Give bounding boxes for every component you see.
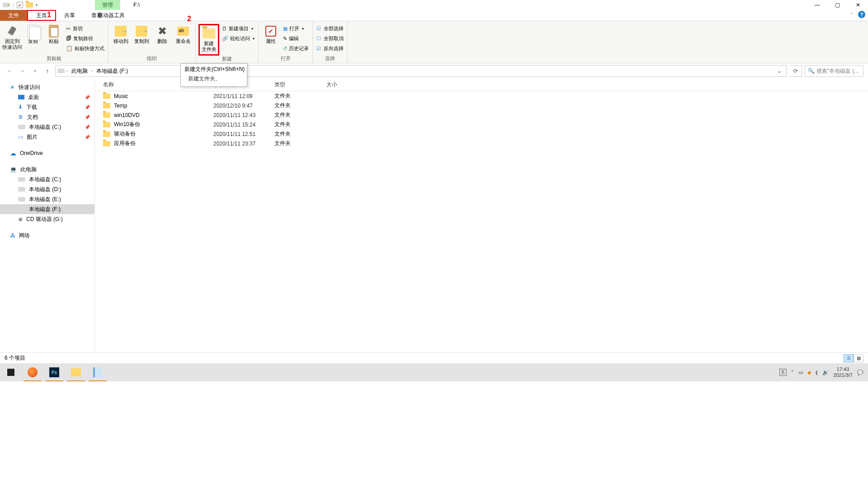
sidebar-desktop[interactable]: 桌面📌 bbox=[0, 92, 94, 102]
group-label-select: 选择 bbox=[325, 55, 335, 62]
sidebar-drive-f[interactable]: 本地磁盘 (F:) bbox=[0, 204, 94, 214]
start-button[interactable] bbox=[0, 363, 22, 381]
navigation-pane[interactable]: ★快速访问 桌面📌 下载📌 文档📌 本地磁盘 (C:)📌 图片📌 OneDriv… bbox=[0, 79, 95, 352]
column-size[interactable]: 大小 bbox=[321, 81, 353, 89]
select-all-button[interactable]: 全部选择 bbox=[316, 24, 344, 33]
edit-button[interactable]: ✎编辑 bbox=[282, 34, 310, 43]
tab-file[interactable]: 文件 bbox=[0, 10, 27, 21]
file-name: Win10备份 bbox=[114, 121, 140, 128]
table-row[interactable]: win10DVD2020/11/11 12:43文件夹 bbox=[95, 110, 868, 120]
tray-battery-icon[interactable]: ▭ bbox=[798, 370, 803, 375]
pin-icon: 📌 bbox=[85, 135, 90, 140]
table-row[interactable]: 应用备份2020/11/11 23:37文件夹 bbox=[95, 139, 868, 148]
sidebar-cd-drive[interactable]: CD 驱动器 (G:) bbox=[0, 214, 94, 224]
taskbar-firefox[interactable] bbox=[22, 363, 43, 381]
history-button[interactable]: ↺历史记录 bbox=[282, 44, 310, 53]
tray-ime[interactable]: 五 bbox=[779, 369, 787, 376]
view-icons-button[interactable]: ▦ bbox=[854, 354, 863, 362]
view-details-button[interactable]: ☰ bbox=[844, 354, 854, 362]
notepad-icon bbox=[93, 367, 102, 377]
open-button[interactable]: ▦打开▾ bbox=[282, 24, 310, 33]
file-date: 2021/1/11 12:09 bbox=[208, 93, 269, 99]
new-item-button[interactable]: 🗋新建项目▾ bbox=[221, 24, 255, 33]
sidebar-quick-access[interactable]: ★快速访问 bbox=[0, 82, 94, 92]
rename-button[interactable]: 重命名 bbox=[174, 24, 193, 45]
sidebar-pictures[interactable]: 图片📌 bbox=[0, 132, 94, 142]
sidebar-onedrive[interactable]: OneDrive bbox=[0, 148, 94, 158]
table-row[interactable]: Temp2020/12/10 9:47文件夹 bbox=[95, 101, 868, 110]
properties-icon bbox=[265, 26, 276, 37]
taskbar-photoshop[interactable]: Ps bbox=[43, 363, 65, 381]
taskbar[interactable]: Ps 五 ˄ ▭ ◆ ⸨ 🔊 17:432021/3/7 💬 bbox=[0, 363, 868, 381]
sidebar-downloads[interactable]: 下载📌 bbox=[0, 102, 94, 112]
pin-icon bbox=[7, 26, 18, 37]
column-type[interactable]: 类型 bbox=[269, 81, 321, 89]
nav-back-button[interactable]: ← bbox=[5, 66, 14, 76]
address-bar[interactable]: › 此电脑 › 本地磁盘 (F:) ⌄ bbox=[55, 65, 787, 77]
group-label-open: 打开 bbox=[281, 55, 291, 62]
copy-to-icon bbox=[136, 26, 147, 37]
delete-button[interactable]: ✖删除 bbox=[153, 24, 172, 45]
sidebar-network[interactable]: 网络 bbox=[0, 230, 94, 240]
help-icon[interactable]: ? bbox=[858, 11, 865, 18]
sidebar-this-pc[interactable]: 此电脑 bbox=[0, 164, 94, 174]
minimize-button[interactable]: — bbox=[807, 0, 827, 10]
tab-home[interactable]: 主页 bbox=[27, 10, 56, 21]
group-label-organize: 组织 bbox=[147, 55, 157, 62]
tray-app-icon[interactable]: ◆ bbox=[807, 370, 811, 375]
close-button[interactable]: ✕ bbox=[848, 0, 868, 10]
nav-recent-dropdown[interactable]: ▾ bbox=[30, 66, 40, 76]
sidebar-drive-c[interactable]: 本地磁盘 (C:) bbox=[0, 174, 94, 184]
paste-button[interactable]: 粘贴 bbox=[44, 24, 63, 45]
taskbar-explorer[interactable] bbox=[65, 363, 87, 381]
table-row[interactable]: 驱动备份2020/11/11 12:51文件夹 bbox=[95, 129, 868, 139]
maximize-button[interactable]: ▢ bbox=[827, 0, 848, 10]
easy-access-button[interactable]: 🔗轻松访问▾ bbox=[221, 34, 255, 43]
taskbar-notepad[interactable] bbox=[87, 363, 108, 381]
sidebar-drive-c-pinned[interactable]: 本地磁盘 (C:)📌 bbox=[0, 122, 94, 132]
tray-chevron-icon[interactable]: ˄ bbox=[791, 370, 794, 375]
pin-to-quick-access-button[interactable]: 固定到 快速访问 bbox=[3, 24, 22, 51]
nav-forward-button[interactable]: → bbox=[17, 66, 27, 76]
drive-icon bbox=[18, 207, 25, 211]
invert-selection-button[interactable]: 反向选择 bbox=[316, 44, 344, 53]
tray-volume-icon[interactable]: 🔊 bbox=[822, 370, 829, 375]
new-folder-button[interactable]: 新建 文件夹 bbox=[198, 24, 219, 56]
collapse-ribbon-icon[interactable]: ˄ bbox=[850, 12, 853, 17]
download-icon bbox=[18, 104, 23, 110]
folder-icon bbox=[103, 141, 110, 146]
copy-to-button[interactable]: 复制到 bbox=[132, 24, 151, 45]
tab-drive-tools[interactable]: 驱动器工具 bbox=[93, 10, 129, 21]
sidebar-drive-e[interactable]: 本地磁盘 (E:) bbox=[0, 194, 94, 204]
tray-clock[interactable]: 17:432021/3/7 bbox=[833, 366, 853, 378]
group-label-new: 新建 bbox=[222, 56, 232, 62]
file-date: 2020/11/11 12:51 bbox=[208, 131, 269, 137]
folder-icon bbox=[103, 103, 110, 108]
breadcrumb-drive[interactable]: 本地磁盘 (F:) bbox=[94, 67, 130, 75]
copy-button[interactable]: 复制 bbox=[24, 24, 42, 45]
sidebar-drive-d[interactable]: 本地磁盘 (D:) bbox=[0, 184, 94, 194]
nav-up-button[interactable]: ↑ bbox=[42, 66, 52, 76]
paste-shortcut-button[interactable]: 粘贴快捷方式 bbox=[65, 44, 105, 53]
tab-share[interactable]: 共享 bbox=[56, 10, 83, 21]
contextual-tab-manage[interactable]: 管理 bbox=[95, 0, 120, 10]
move-to-button[interactable]: 移动到 bbox=[111, 24, 130, 45]
address-dropdown-icon[interactable]: ⌄ bbox=[774, 68, 784, 74]
file-name: win10DVD bbox=[114, 112, 140, 118]
cut-button[interactable]: 剪切 bbox=[65, 24, 105, 33]
table-row[interactable]: Music2021/1/11 12:09文件夹 bbox=[95, 91, 868, 101]
search-input[interactable]: 🔍 搜索"本地磁盘 (... bbox=[805, 65, 863, 77]
breadcrumb-pc[interactable]: 此电脑 bbox=[70, 67, 90, 75]
properties-button[interactable]: 属性 bbox=[261, 24, 280, 45]
file-list[interactable]: Music2021/1/11 12:09文件夹Temp2020/12/10 9:… bbox=[95, 91, 868, 352]
copy-path-button[interactable]: 复制路径 bbox=[65, 34, 105, 43]
table-row[interactable]: Win10备份2020/11/11 15:24文件夹 bbox=[95, 120, 868, 129]
qat-dropdown-icon[interactable]: ▾ bbox=[36, 3, 39, 7]
tray-notifications-icon[interactable]: 💬 bbox=[857, 370, 863, 375]
qat-properties-icon[interactable]: ✔ bbox=[17, 2, 23, 8]
qat-newfolder-icon[interactable] bbox=[26, 2, 33, 8]
sidebar-documents[interactable]: 文档📌 bbox=[0, 112, 94, 122]
tray-wifi-icon[interactable]: ⸨ bbox=[816, 370, 818, 375]
refresh-button[interactable]: ⟳ bbox=[789, 65, 802, 77]
select-none-button[interactable]: 全部取消 bbox=[316, 34, 344, 43]
